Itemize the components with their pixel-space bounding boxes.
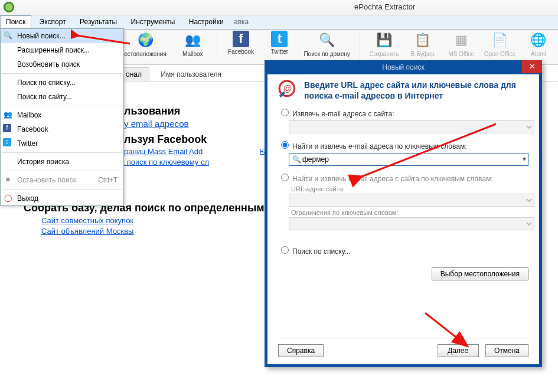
exit-icon: ◯ xyxy=(3,193,12,202)
globe-icon: 🌍 xyxy=(136,31,155,50)
site-url-field-2[interactable] xyxy=(289,194,534,207)
toolbar-atomic[interactable]: 🌐Atomi xyxy=(520,30,557,57)
radio-site[interactable] xyxy=(281,109,289,116)
app-title: ePochta Extractor xyxy=(354,2,415,11)
menu-stop-search[interactable]: ■Остановить поискCtrl+T xyxy=(1,173,123,187)
shortcut-label: Ctrl+T xyxy=(98,173,118,187)
save-icon: 💾 xyxy=(374,31,393,50)
svg-text:@: @ xyxy=(283,84,292,93)
opt-extract-from-site[interactable]: Извлечь e-mail адреса с сайта: xyxy=(278,107,528,118)
menu-tools[interactable]: Инструменты xyxy=(125,15,181,28)
location-button[interactable]: Выбор местоположения xyxy=(432,267,528,280)
menu-search-by-site[interactable]: Поиск по сайту... xyxy=(1,90,123,104)
link-email-addresses[interactable]: у email адресов xyxy=(124,119,188,129)
stop-icon: ■ xyxy=(3,175,12,184)
dialog-header-text: Введите URL адрес сайта или ключевые сло… xyxy=(304,80,528,101)
dialog-icon: @ xyxy=(278,80,298,100)
close-icon: ✕ xyxy=(529,62,536,71)
mailbox-icon: 👥 xyxy=(3,110,12,119)
toolbar-location[interactable]: 🌍естоположения xyxy=(118,30,172,57)
facebook-icon: f xyxy=(3,124,11,132)
menu-history[interactable]: История поиска xyxy=(1,155,123,169)
radio-site-keywords[interactable] xyxy=(281,174,289,181)
opt-by-list[interactable]: Поиск по списку... xyxy=(278,244,528,256)
menu-search-by-list[interactable]: Поиск по списку... xyxy=(1,76,123,90)
menu-export[interactable]: Экспорт xyxy=(34,15,72,28)
label-restrict: Ограничения по ключевым словам: xyxy=(291,209,528,216)
cancel-button[interactable]: Отмена xyxy=(485,344,528,357)
menu-results[interactable]: Результаты xyxy=(74,15,123,28)
menu-facebook[interactable]: fFacebook xyxy=(1,122,123,136)
new-search-dialog: Новый поиск ✕ @ Введите URL адрес сайта … xyxy=(265,60,542,367)
mailbox-icon: 👥 xyxy=(183,31,202,50)
search-icon: 🔍 xyxy=(3,31,12,40)
facebook-icon: f xyxy=(233,31,249,47)
menu-settings[interactable]: Настройки xyxy=(183,15,230,28)
menu-resume-search[interactable]: Возобновить поиск xyxy=(1,57,123,71)
label-url: URL-адрес сайта: xyxy=(291,185,528,192)
chevron-down-icon[interactable]: ▾ xyxy=(523,155,526,163)
close-button[interactable]: ✕ xyxy=(522,60,542,73)
menu-bar: Поиск Экспорт Результаты Инструменты Нас… xyxy=(0,15,558,30)
openoffice-icon: 📄 xyxy=(490,31,509,50)
opt-site-keywords[interactable]: Найти и извлечь e-mail адреса с сайта по… xyxy=(278,172,528,183)
keywords-field[interactable] xyxy=(289,153,528,166)
next-button[interactable]: Далее xyxy=(438,344,479,357)
menu-twitter[interactable]: tTwitter xyxy=(1,136,123,151)
radio-keywords[interactable] xyxy=(281,141,289,149)
link-mass-email[interactable]: раниц Mass Email Add xyxy=(124,147,203,156)
search-dropdown: 🔍Новый поиск... Расширенный поиск... Воз… xyxy=(0,28,124,206)
atomic-icon: 🌐 xyxy=(529,31,548,50)
toolbar-buffer[interactable]: 📋В Буфер xyxy=(404,30,441,57)
menu-mailbox[interactable]: 👥Mailbox xyxy=(1,108,123,122)
toolbar-openoffice[interactable]: 📄Open Office xyxy=(481,30,518,57)
site-url-field[interactable] xyxy=(289,120,534,133)
restrict-field[interactable] xyxy=(289,217,534,230)
twitter-icon: t xyxy=(3,138,11,146)
domain-icon: 🔍 xyxy=(318,31,337,50)
menu-new-search[interactable]: 🔍Новый поиск... xyxy=(1,29,123,43)
msoffice-icon: ▦ xyxy=(452,31,471,50)
radio-list[interactable] xyxy=(281,246,289,254)
toolbar-domain[interactable]: 🔍Поиск по домену xyxy=(300,30,354,57)
ribbon-fragment: авка xyxy=(231,15,251,28)
twitter-icon: t xyxy=(271,31,288,47)
menu-search[interactable]: Поиск xyxy=(0,15,31,28)
buffer-icon: 📋 xyxy=(413,31,432,50)
menu-exit[interactable]: ◯Выход xyxy=(1,191,123,205)
toolbar-facebook[interactable]: fFacebook xyxy=(223,30,259,55)
opt-keywords[interactable]: Найти и извлечь e-mail адреса по ключевы… xyxy=(278,139,528,151)
dialog-title: Новый поиск xyxy=(265,60,542,74)
toolbar-save[interactable]: 💾Сохранить xyxy=(366,30,402,57)
search-small-icon: 🔍 xyxy=(292,155,301,164)
toolbar-mailbox[interactable]: 👥Mailbox xyxy=(174,30,211,57)
col-username: Имя пользователя xyxy=(154,68,229,81)
app-logo xyxy=(4,2,14,12)
help-button[interactable]: Справка xyxy=(278,344,324,357)
toolbar-msoffice[interactable]: ▦MS Office xyxy=(443,30,479,57)
menu-advanced-search[interactable]: Расширенный поиск... xyxy=(1,43,123,57)
toolbar-twitter[interactable]: tTwitter xyxy=(261,30,298,55)
